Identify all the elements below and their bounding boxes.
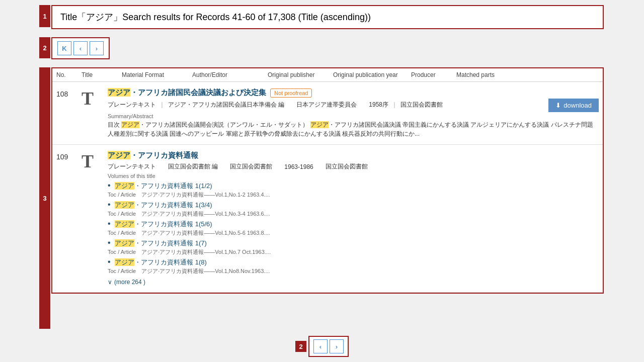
pagination-bottom: ‹ › bbox=[308, 336, 349, 357]
bottom-next-page-button[interactable]: › bbox=[330, 339, 344, 353]
more-link[interactable]: ∨ (more 264 ) bbox=[108, 279, 145, 286]
download-label: download bbox=[564, 102, 592, 109]
volume-toc: Toc / Article アジア·アフリカ資料通報——Vol.1,No.3-4… bbox=[108, 210, 599, 218]
volume-link[interactable]: アジア・アフリカ資料通報 1(3/4) bbox=[115, 201, 212, 209]
summary-text: 目次 アジア・アフリカ諸国民会議開会演説（アンワル・エル・サダット） アジア・ア… bbox=[108, 120, 599, 138]
result-content: アジア・アフリカ資料通報 プレーンテキスト 国立国会図書館 編 国立国会図書館 … bbox=[106, 151, 599, 286]
list-item: • アジア・アフリカ資料通報 1(8) Toc / Article アジア·アフ… bbox=[108, 257, 599, 275]
table-row: 109 T アジア・アフリカ資料通報 プレーンテキスト 国立国会図書館 編 国立… bbox=[52, 145, 603, 293]
result-number: 109 bbox=[56, 151, 82, 161]
header-original-publication-year: Original publication year bbox=[333, 71, 411, 78]
volume-link[interactable]: アジア・アフリカ資料通報 1(5/6) bbox=[115, 220, 212, 228]
result-meta: プレーンテキスト ｜ アジア・アフリカ諸国民会議日本準備会 編 日本アジア連帯委… bbox=[108, 101, 443, 109]
results-container: No. Title Material Format Author/Editor … bbox=[51, 67, 604, 294]
header-original-publisher: Original publisher bbox=[268, 71, 333, 78]
prev-page-button[interactable]: ‹ bbox=[73, 41, 88, 55]
section-marker-2-bottom: 2 bbox=[295, 341, 306, 352]
result-number: 108 bbox=[56, 88, 82, 98]
result-title-link[interactable]: アジア・アフリカ諸国民会議決議および決定集 bbox=[108, 88, 266, 98]
list-item: • アジア・アフリカ資料通報 1(7) Toc / Article アジア·アフ… bbox=[108, 238, 599, 256]
meta-publisher: 日本アジア連帯委員会 bbox=[296, 101, 357, 109]
section-marker-1: 1 bbox=[39, 5, 50, 27]
table-header: No. Title Material Format Author/Editor … bbox=[52, 68, 603, 82]
download-icon: ⬇ bbox=[555, 102, 561, 109]
section-marker-2: 2 bbox=[39, 37, 50, 58]
volume-toc: Toc / Article アジア·アフリカ資料通報——Vol.1,No.7 O… bbox=[108, 248, 599, 256]
list-item: • アジア・アフリカ資料通報 1(3/4) Toc / Article アジア·… bbox=[108, 200, 599, 218]
header-no: No. bbox=[56, 71, 82, 78]
volume-toc: Toc / Article アジア·アフリカ資料通報——Vol.1,No.5-6… bbox=[108, 229, 599, 237]
meta-format: プレーンテキスト bbox=[108, 162, 156, 171]
meta-publisher: 国立国会図書館 bbox=[230, 162, 272, 171]
toc-label: Toc / Article bbox=[108, 230, 136, 236]
result-format-icon: T bbox=[82, 88, 106, 109]
volume-toc: Toc / Article アジア·アフリカ資料通報——Vol.1,No.1-2… bbox=[108, 191, 599, 199]
header-material-format: Material Format bbox=[122, 71, 192, 78]
header-title: Title bbox=[82, 71, 122, 78]
first-page-button[interactable]: K bbox=[57, 41, 71, 55]
toc-label: Toc / Article bbox=[108, 211, 136, 217]
more-label: (more 264 ) bbox=[114, 279, 145, 286]
toc-label: Toc / Article bbox=[108, 249, 136, 255]
result-title-link[interactable]: アジア・アフリカ資料通報 bbox=[108, 151, 198, 160]
next-page-button[interactable]: › bbox=[90, 41, 104, 55]
toc-label: Toc / Article bbox=[108, 192, 136, 198]
meta-format: プレーンテキスト bbox=[108, 101, 156, 109]
volume-link[interactable]: アジア・アフリカ資料通報 1(1/2) bbox=[115, 182, 212, 190]
not-proofread-badge: Not proofread bbox=[270, 88, 312, 98]
header-matched-parts: Matched parts bbox=[456, 71, 517, 78]
download-button[interactable]: ⬇ download bbox=[548, 99, 599, 112]
meta-producer: 国立国会図書館 bbox=[326, 162, 368, 171]
section-marker-3: 3 bbox=[39, 67, 50, 329]
meta-year: 1963-1986 bbox=[284, 163, 313, 170]
volume-link[interactable]: アジア・アフリカ資料通報 1(8) bbox=[115, 258, 207, 266]
result-format-icon: T bbox=[82, 151, 106, 172]
bottom-prev-page-button[interactable]: ‹ bbox=[313, 339, 328, 353]
header-author-editor: Author/Editor bbox=[192, 71, 268, 78]
volume-link[interactable]: アジア・アフリカ資料通報 1(7) bbox=[115, 239, 207, 247]
table-row: 108 T アジア・アフリカ諸国民会議決議および決定集 Not proofrea… bbox=[52, 82, 603, 145]
header-producer: Producer bbox=[411, 71, 456, 78]
pagination-top: K ‹ › bbox=[51, 37, 110, 59]
volumes-label: Volumes of this title bbox=[108, 173, 599, 179]
list-item: • アジア・アフリカ資料通報 1(1/2) Toc / Article アジア·… bbox=[108, 181, 599, 199]
volume-toc: Toc / Article アジア·アフリカ資料通報——Vol.1,No8.No… bbox=[108, 267, 599, 275]
list-item: • アジア・アフリカ資料通報 1(5/6) Toc / Article アジア·… bbox=[108, 219, 599, 237]
meta-producer: 国立国会図書館 bbox=[400, 101, 443, 109]
meta-author: アジア・アフリカ諸国民会議日本準備会 編 bbox=[168, 101, 284, 109]
toc-label: Toc / Article bbox=[108, 268, 136, 274]
meta-author: 国立国会図書館 編 bbox=[168, 162, 218, 171]
search-title: Title「アジア」Search results for Records 41-… bbox=[51, 5, 604, 29]
result-content: アジア・アフリカ諸国民会議決議および決定集 Not proofread プレーン… bbox=[106, 88, 599, 138]
chevron-down-icon: ∨ bbox=[108, 279, 112, 286]
result-meta: プレーンテキスト 国立国会図書館 編 国立国会図書館 1963-1986 国立国… bbox=[108, 162, 599, 171]
pagination-bottom-wrapper: 2 ‹ › bbox=[295, 336, 349, 357]
summary-label: Summary/Abstract bbox=[108, 113, 599, 119]
meta-year: 1958序 bbox=[369, 101, 388, 109]
